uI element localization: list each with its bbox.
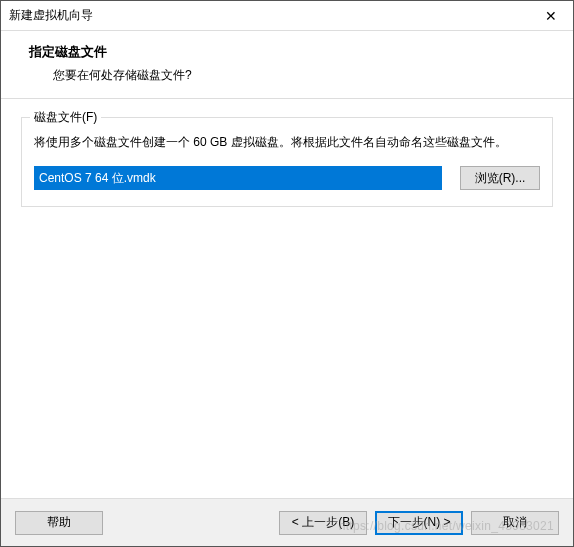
close-button[interactable]: ✕ xyxy=(528,1,573,31)
help-button[interactable]: 帮助 xyxy=(15,511,103,535)
wizard-dialog: 新建虚拟机向导 ✕ 指定磁盘文件 您要在何处存储磁盘文件? 磁盘文件(F) 将使… xyxy=(0,0,574,547)
back-button[interactable]: < 上一步(B) xyxy=(279,511,367,535)
disk-description: 将使用多个磁盘文件创建一个 60 GB 虚拟磁盘。将根据此文件名自动命名这些磁盘… xyxy=(34,132,540,152)
next-button[interactable]: 下一步(N) > xyxy=(375,511,463,535)
close-icon: ✕ xyxy=(545,8,557,24)
titlebar: 新建虚拟机向导 ✕ xyxy=(1,1,573,31)
fieldset-legend: 磁盘文件(F) xyxy=(30,109,101,126)
disk-file-fieldset: 磁盘文件(F) 将使用多个磁盘文件创建一个 60 GB 虚拟磁盘。将根据此文件名… xyxy=(21,117,553,207)
page-subtitle: 您要在何处存储磁盘文件? xyxy=(29,67,553,84)
file-input-row: 浏览(R)... xyxy=(34,166,540,190)
disk-file-input[interactable] xyxy=(34,166,442,190)
wizard-footer: 帮助 < 上一步(B) 下一步(N) > 取消 xyxy=(1,498,573,546)
browse-button[interactable]: 浏览(R)... xyxy=(460,166,540,190)
window-title: 新建虚拟机向导 xyxy=(9,7,93,24)
wizard-content: 磁盘文件(F) 将使用多个磁盘文件创建一个 60 GB 虚拟磁盘。将根据此文件名… xyxy=(1,98,573,498)
wizard-header: 指定磁盘文件 您要在何处存储磁盘文件? xyxy=(1,31,573,98)
cancel-button[interactable]: 取消 xyxy=(471,511,559,535)
page-title: 指定磁盘文件 xyxy=(29,43,553,61)
